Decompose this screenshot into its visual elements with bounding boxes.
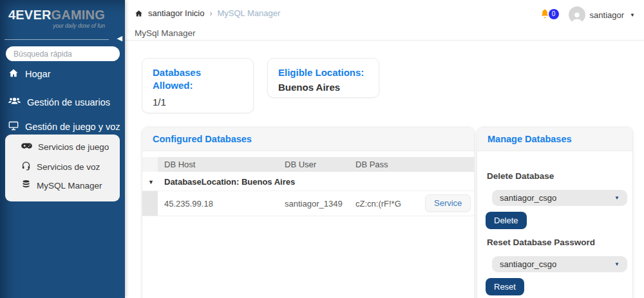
headset-icon [21,161,31,172]
gamepad-icon [21,142,32,152]
bell-icon [540,10,550,21]
topbar-right: 0 santiagor ▼ [540,6,635,23]
db-user-cell: santiagor_1349 [278,191,349,216]
breadcrumb-current[interactable]: MySQL Manager [217,8,280,18]
monitor-icon [8,121,19,133]
database-icon [21,180,31,191]
sidebar-item-label: Gestión de usuarios [27,97,110,107]
breadcrumb-separator: › [209,9,212,18]
brand-logo: 4EVERGAMING your daily dose of fun [8,8,105,29]
manage-databases-panel: Manage Databases Delete Database santiag… [477,127,633,298]
notifications-button[interactable]: 0 [540,8,559,22]
sidebar-collapse-icon[interactable]: ◀ [117,34,122,42]
reset-password-select-value: santiagor_csgo [500,259,556,269]
sidebar-search-input[interactable] [6,46,120,61]
sidebar-item-servicios-juego[interactable]: Servicios de juego [21,142,109,152]
row-actions-cell: Service [419,191,475,216]
column-control [142,157,158,172]
users-icon [8,97,21,107]
submenu-item-label: Servicios de voz [37,162,100,172]
table-row: 45.235.99.18 santiagor_1349 cZ:cn:(rF!*G… [142,191,475,216]
eligible-locations-value: Buenos Aires [278,82,368,93]
home-icon [8,68,19,80]
sidebar-submenu: Servicios de juego Servicios de voz My [5,135,120,201]
location-group-label: DatabaseLocation: Buenos Aires [158,172,475,191]
sidebar-item-gestion-usuarios[interactable]: Gestión de usuarios [8,97,110,107]
row-control-cell[interactable] [142,191,158,216]
reset-password-select[interactable]: santiagor_csgo ▼ [492,256,627,272]
delete-database-label: Delete Database [487,171,554,181]
sidebar-item-mysql-manager[interactable]: MySQL Manager [21,180,102,191]
sidebar-item-gestion-juego-voz[interactable]: Gestión de juego y voz [8,121,120,133]
databases-table: DB Host DB User DB Pass ▼ DatabaseLocati… [142,157,475,216]
column-db-pass: DB Pass [349,157,419,172]
brand-tagline: your daily dose of fun [8,23,105,29]
configured-databases-title: Configured Databases [142,127,474,151]
chevron-down-icon[interactable]: ▼ [630,12,635,18]
collapse-group-icon[interactable]: ▼ [142,172,158,191]
sidebar-item-hogar[interactable]: Hogar [8,68,51,80]
eligible-locations-card: Eligible Locations: Buenos Aires [267,58,379,98]
reset-button[interactable]: Reset [486,278,524,295]
breadcrumb-home[interactable]: santiagor Inicio [148,8,204,18]
databases-allowed-title: Databases Allowed: [153,66,243,93]
service-button[interactable]: Service [425,194,471,212]
column-actions [419,157,475,172]
column-db-host: DB Host [158,157,278,172]
delete-database-select[interactable]: santiagor_csgo ▼ [492,190,627,206]
breadcrumb: santiagor Inicio › MySQL Manager [135,8,280,18]
db-pass-cell: cZ:cn:(rF!*G [349,191,419,216]
notification-count-badge: 0 [549,9,559,19]
delete-database-select-value: santiagor_csgo [500,193,556,203]
sidebar: 4EVERGAMING your daily dose of fun ◀ Hog… [0,0,125,298]
eligible-locations-title: Eligible Locations: [278,66,368,79]
avatar[interactable] [569,6,585,23]
delete-button[interactable]: Delete [486,212,527,229]
chevron-down-icon: ▼ [614,195,620,201]
db-host-cell: 45.235.99.18 [158,191,278,216]
sidebar-divider [5,39,109,40]
location-group-row[interactable]: ▼ DatabaseLocation: Buenos Aires [142,172,475,191]
reset-password-label: Reset Database Password [487,237,595,247]
submenu-item-label: MySQL Manager [37,181,102,191]
sidebar-item-label: Gestión de juego y voz [25,122,120,132]
manage-databases-title: Manage Databases [477,127,632,151]
home-icon[interactable] [135,10,143,17]
header-divider [125,40,644,41]
brand-name-secondary: GAMING [52,8,105,22]
column-db-user: DB User [278,157,349,172]
chevron-down-icon: ▼ [614,261,620,267]
user-menu[interactable]: santiagor [590,10,624,20]
databases-allowed-card: Databases Allowed: 1/1 [142,58,254,113]
sidebar-item-servicios-voz[interactable]: Servicios de voz [21,161,100,172]
main-area: santiagor Inicio › MySQL Manager 0 santi… [125,0,644,298]
submenu-item-label: Servicios de juego [38,142,109,152]
databases-allowed-value: 1/1 [153,97,243,107]
sidebar-item-label: Hogar [25,69,51,79]
brand-name-primary: 4EVER [8,8,52,22]
page-title: MySql Manager [135,28,196,38]
configured-databases-panel: Configured Databases DB Host DB User DB … [142,127,475,298]
table-header-row: DB Host DB User DB Pass [142,157,475,172]
